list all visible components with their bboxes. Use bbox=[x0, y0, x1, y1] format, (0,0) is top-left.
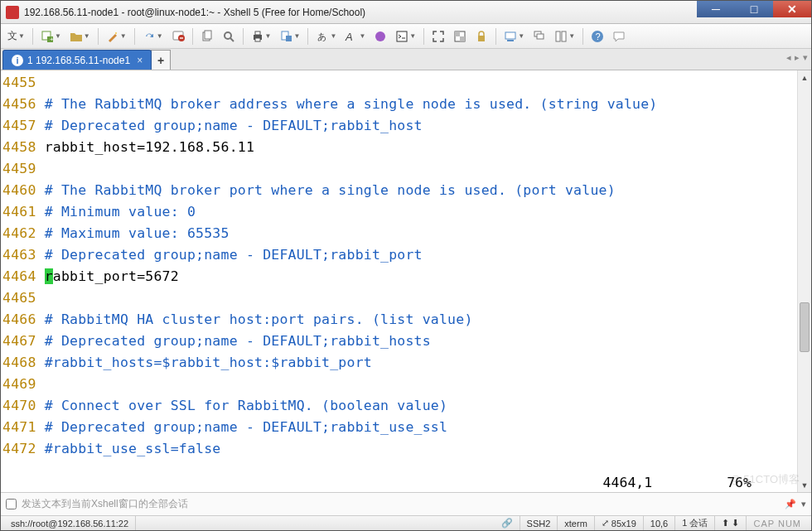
svg-rect-8 bbox=[205, 31, 211, 39]
copy-button[interactable] bbox=[197, 28, 217, 45]
toolbar: 文▼ +▼ ▼ ▼ ▼ ▼ ▼ あ▼ A▼ ▼ ▼ ▼ ? bbox=[1, 24, 811, 49]
svg-rect-27 bbox=[537, 34, 544, 39]
status-termtype: xterm bbox=[558, 516, 595, 530]
svg-rect-15 bbox=[286, 36, 292, 41]
svg-line-10 bbox=[230, 38, 234, 41]
maximize-button[interactable]: □ bbox=[735, 1, 773, 17]
script-button[interactable]: ▼ bbox=[392, 28, 419, 45]
hostkey-button[interactable]: ▼ bbox=[500, 28, 528, 45]
svg-rect-13 bbox=[255, 38, 260, 41]
new-tab-button[interactable]: + bbox=[151, 50, 171, 70]
menu-label: 文 bbox=[7, 29, 17, 43]
terminal-area: 4455 4456 # The RabbitMQ broker address … bbox=[1, 70, 811, 492]
font-button[interactable]: A▼ bbox=[341, 28, 369, 45]
svg-rect-21 bbox=[455, 31, 460, 36]
fullscreen-button[interactable] bbox=[428, 28, 448, 45]
svg-rect-23 bbox=[478, 36, 485, 41]
help-button[interactable]: ? bbox=[587, 28, 607, 45]
status-protocol: SSH2 bbox=[520, 516, 558, 530]
info-icon: i bbox=[12, 55, 23, 66]
vertical-scrollbar[interactable]: ▲ ▼ bbox=[797, 70, 811, 492]
sendbar-pin-icon[interactable]: 📌 bbox=[785, 499, 796, 509]
scroll-down-button[interactable]: ▼ bbox=[798, 478, 811, 492]
svg-point-3 bbox=[115, 32, 117, 34]
tab-nav: ◂ ▸ ▾ bbox=[786, 52, 808, 63]
status-cursor: 10,6 bbox=[644, 516, 675, 530]
disconnect-button[interactable] bbox=[168, 28, 188, 45]
svg-rect-22 bbox=[460, 36, 465, 41]
vim-percent: 76% bbox=[727, 475, 752, 490]
svg-rect-19 bbox=[397, 31, 407, 41]
vim-status: 4464,1 76% bbox=[603, 475, 752, 490]
properties-button[interactable]: ▼ bbox=[277, 28, 304, 45]
menu-button[interactable]: 文▼ bbox=[4, 27, 28, 45]
cascade-button[interactable] bbox=[529, 28, 549, 45]
scroll-up-button[interactable]: ▲ bbox=[798, 70, 811, 84]
svg-rect-12 bbox=[255, 31, 260, 35]
status-session-count: 1 会话 bbox=[675, 516, 715, 530]
tab-session-1[interactable]: i 1 192.168.56.11-node1 × bbox=[2, 50, 152, 70]
transparent-button[interactable] bbox=[450, 28, 470, 45]
sendbar-menu-button[interactable]: ▾ bbox=[801, 499, 806, 509]
tab-label: 1 192.168.56.11-node1 bbox=[27, 55, 130, 66]
status-connection: ssh://root@192.168.56.11:22 bbox=[4, 516, 136, 530]
open-button[interactable]: ▼ bbox=[66, 28, 94, 45]
svg-text:?: ? bbox=[596, 31, 601, 41]
tile-button[interactable]: ▼ bbox=[551, 28, 578, 45]
encoding-button[interactable]: あ▼ bbox=[312, 28, 340, 45]
svg-point-18 bbox=[375, 31, 385, 41]
tabbar: i 1 192.168.56.11-node1 × + ◂ ▸ ▾ bbox=[1, 49, 811, 70]
send-all-checkbox[interactable] bbox=[6, 499, 17, 509]
find-button[interactable] bbox=[219, 28, 239, 45]
svg-text:A: A bbox=[345, 31, 353, 43]
status-traffic: ⬆ ⬇ bbox=[715, 516, 747, 530]
send-to-all-bar: 发送文本到当前Xshell窗口的全部会话 📌 ▾ bbox=[1, 492, 811, 515]
window-controls: ─ □ ✕ bbox=[697, 1, 811, 23]
vim-position: 4464,1 bbox=[603, 475, 653, 490]
reconnect-button[interactable]: ▼ bbox=[139, 28, 167, 45]
app-icon bbox=[6, 6, 19, 19]
new-session-button[interactable]: +▼ bbox=[37, 28, 65, 45]
feedback-button[interactable] bbox=[609, 28, 629, 45]
close-button[interactable]: ✕ bbox=[773, 1, 811, 17]
tab-next-button[interactable]: ▸ bbox=[795, 52, 800, 63]
color-scheme-button[interactable] bbox=[370, 28, 390, 45]
titlebar: 192.168.56.11-node1 - root@linux-node1:~… bbox=[1, 1, 811, 24]
statusbar: ssh://root@192.168.56.11:22 🔗 SSH2 xterm… bbox=[1, 515, 811, 530]
terminal[interactable]: 4455 4456 # The RabbitMQ broker address … bbox=[1, 70, 797, 492]
svg-rect-25 bbox=[507, 40, 514, 41]
scroll-thumb[interactable] bbox=[800, 302, 810, 352]
svg-rect-24 bbox=[505, 32, 515, 39]
wand-button[interactable]: ▼ bbox=[103, 28, 130, 45]
lock-button[interactable] bbox=[471, 28, 491, 45]
status-capsnum: CAP NUM bbox=[747, 516, 808, 530]
status-tunnel-icon: 🔗 bbox=[495, 516, 520, 530]
svg-text:あ: あ bbox=[317, 31, 326, 41]
svg-rect-29 bbox=[562, 31, 566, 41]
tab-prev-button[interactable]: ◂ bbox=[786, 52, 791, 63]
window-title: 192.168.56.11-node1 - root@linux-node1:~… bbox=[24, 7, 697, 18]
svg-rect-28 bbox=[556, 31, 560, 41]
tab-menu-button[interactable]: ▾ bbox=[803, 52, 808, 63]
print-button[interactable]: ▼ bbox=[248, 28, 275, 45]
svg-point-9 bbox=[225, 32, 231, 39]
svg-rect-6 bbox=[180, 37, 183, 38]
status-screensize: ⤢85x19 bbox=[595, 516, 644, 530]
minimize-button[interactable]: ─ bbox=[697, 1, 735, 17]
send-all-hint: 发送文本到当前Xshell窗口的全部会话 bbox=[22, 497, 785, 511]
tab-close-button[interactable]: × bbox=[137, 55, 143, 66]
svg-text:+: + bbox=[50, 36, 54, 43]
